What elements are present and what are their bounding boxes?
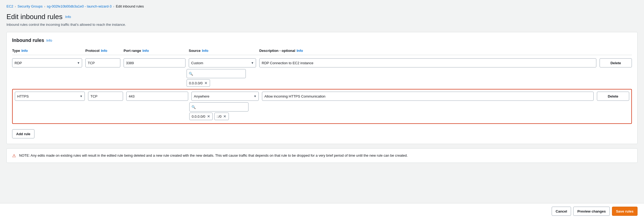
rule-row-2-main: RDP HTTPS HTTP SSH All TCP Custom TCP ▼ … [15,92,629,101]
description-info-link[interactable]: Info [297,49,303,53]
rule2-type-wrapper: RDP HTTPS HTTP SSH All TCP Custom TCP ▼ [15,92,85,101]
rule1-tag-cidr: 0.0.0.0/0 ✕ [187,79,210,87]
col-header-description: Description - optional Info [259,49,596,53]
rule1-protocol-input [85,58,120,67]
inbound-rules-card: Inbound rules Info Type Info Protocol In… [6,32,638,144]
rule2-source-search-row: 🔍 [15,102,629,112]
protocol-info-link[interactable]: Info [101,49,107,53]
rule2-type-select[interactable]: RDP HTTPS HTTP SSH All TCP Custom TCP [15,92,85,101]
rule1-source-tags: 🔍 [12,69,632,78]
breadcrumb: EC2 › Security Groups › sg-002fe10b00db3… [6,4,638,8]
rule2-tag-ipv6-remove[interactable]: ✕ [223,114,226,118]
table-header: Type Info Protocol Info Port range Info … [12,49,632,55]
rule1-source-search[interactable] [187,69,246,78]
rule1-delete-button[interactable]: Delete [600,58,632,67]
card-title: Inbound rules [12,38,44,43]
rule1-type-wrapper: RDP HTTPS HTTP SSH All TCP Custom TCP ▼ [12,58,82,67]
breadcrumb-sg-id[interactable]: sg-002fe10b00db3a1e0 - launch-wizard-3 [47,4,112,8]
rule2-tag-ipv6: ::/0 ✕ [214,113,229,120]
type-info-link[interactable]: Info [21,49,28,53]
page-subtitle: Inbound rules control the incoming traff… [6,23,638,27]
rule1-tag-cidr-remove[interactable]: ✕ [204,81,208,85]
note-text: NOTE: Any edits made on existing rules w… [19,153,408,158]
page-title: Edit inbound rules [6,13,62,21]
col-header-source: Source Info [189,49,256,53]
col-header-type: Type Info [12,49,82,53]
cancel-button[interactable]: Cancel [552,207,571,216]
breadcrumb-sep-1: › [15,5,16,8]
rule2-delete-button[interactable]: Delete [597,92,629,101]
rule-row-1-main: RDP HTTPS HTTP SSH All TCP Custom TCP ▼ … [12,58,632,67]
rule1-source-wrapper: Custom Anywhere My IP Anywhere-IPv6 ▼ [189,58,256,67]
source-info-link[interactable]: Info [202,49,208,53]
col-header-protocol: Protocol Info [85,49,120,53]
save-rules-button[interactable]: Save rules [612,207,638,216]
preview-changes-button[interactable]: Preview changes [573,207,610,216]
warning-icon: ⚠ [12,153,16,158]
breadcrumb-sep-2: › [44,5,45,8]
breadcrumb-current: Edit inbound rules [116,4,144,8]
rule-row-1: RDP HTTPS HTTP SSH All TCP Custom TCP ▼ … [12,58,632,87]
rule1-type-select[interactable]: RDP HTTPS HTTP SSH All TCP Custom TCP [12,58,82,67]
rule1-description-input[interactable] [259,58,596,67]
rule2-source-select[interactable]: Custom Anywhere My IP Anywhere-IPv6 [191,92,259,101]
col-header-port-range: Port range Info [124,49,186,53]
rule2-port-input [126,92,188,101]
rule2-protocol-input [88,92,123,101]
rule-row-2: RDP HTTPS HTTP SSH All TCP Custom TCP ▼ … [12,89,632,124]
note-box: ⚠ NOTE: Any edits made on existing rules… [6,148,638,163]
rule1-tags-row: 0.0.0.0/0 ✕ [12,79,632,87]
rule2-source-wrapper: Custom Anywhere My IP Anywhere-IPv6 ▼ [191,92,259,101]
page-info-link[interactable]: Info [65,15,71,19]
breadcrumb-security-groups[interactable]: Security Groups [18,4,43,8]
breadcrumb-ec2[interactable]: EC2 [6,4,13,8]
rule2-tag-ipv4: 0.0.0.0/0 ✕ [189,113,213,120]
card-info-link[interactable]: Info [46,38,52,42]
rule1-port-input [124,58,186,67]
add-rule-button[interactable]: Add rule [12,129,34,138]
rule2-description-input[interactable] [262,92,594,101]
rule2-tag-ipv4-remove[interactable]: ✕ [207,114,210,118]
footer-actions: Cancel Preview changes Save rules [0,203,644,219]
port-info-link[interactable]: Info [142,49,149,53]
rule2-source-search[interactable] [189,102,248,112]
breadcrumb-sep-3: › [113,5,114,8]
rule1-source-select[interactable]: Custom Anywhere My IP Anywhere-IPv6 [189,58,256,67]
rule2-tags-row: 0.0.0.0/0 ✕ ::/0 ✕ [15,113,629,120]
